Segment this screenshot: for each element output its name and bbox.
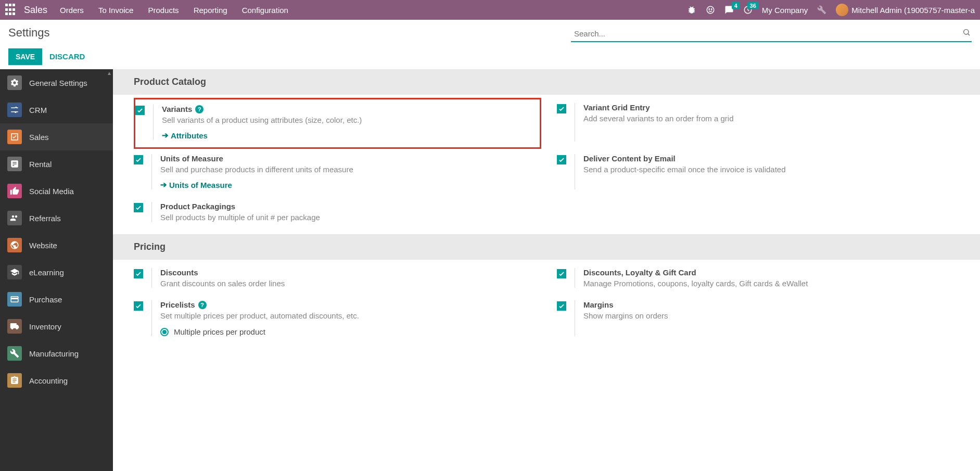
bug-icon[interactable]: [687, 5, 696, 15]
radio-label: Multiple prices per product: [174, 327, 265, 336]
setting-variants: Variants ? Sell variants of a product us…: [134, 98, 541, 149]
checkbox-variant-grid[interactable]: [557, 104, 566, 113]
setting-title: Variant Grid Entry: [583, 103, 650, 112]
sidebar-label: Rental: [29, 160, 52, 169]
sidebar-item-inventory[interactable]: Inventory: [0, 313, 113, 340]
help-icon[interactable]: ?: [195, 105, 203, 113]
setting-desc: Send a product-specific email once the i…: [583, 165, 959, 174]
messages-icon[interactable]: 4: [724, 5, 734, 15]
messages-badge: 4: [732, 2, 740, 9]
sidebar-label: Social Media: [29, 187, 74, 196]
settings-content: Product Catalog Variants ? Sell variants…: [113, 69, 980, 471]
sidebar-item-referrals[interactable]: Referrals: [0, 205, 113, 232]
setting-desc: Sell variants of a product using attribu…: [162, 116, 534, 124]
setting-title: Product Packagings: [160, 202, 235, 211]
setting-desc: Show margins on orders: [583, 311, 959, 320]
setting-loyalty: Discounts, Loyalty & Gift Card Manage Pr…: [557, 268, 959, 288]
page-title: Settings: [8, 26, 88, 40]
svg-point-2: [711, 9, 712, 10]
sidebar-item-manufacturing[interactable]: Manufacturing: [0, 340, 113, 367]
setting-variant-grid: Variant Grid Entry Add several variants …: [557, 103, 959, 142]
setting-title: Pricelists: [160, 300, 195, 309]
link-attributes[interactable]: ➔ Attributes: [162, 131, 534, 140]
sidebar-label: General Settings: [29, 79, 87, 87]
sidebar-label: Sales: [29, 133, 49, 142]
setting-desc: Sell and purchase products in different …: [160, 165, 536, 174]
checkbox-packagings[interactable]: [134, 203, 143, 212]
setting-desc: Sell products by multiple of unit # per …: [160, 213, 536, 222]
sidebar-label: Manufacturing: [29, 349, 79, 358]
setting-title: Margins: [583, 300, 614, 309]
nav-products[interactable]: Products: [148, 6, 179, 15]
sidebar-item-crm[interactable]: CRM: [0, 96, 113, 123]
sidebar-label: Purchase: [29, 295, 62, 304]
sidebar-item-website[interactable]: Website: [0, 232, 113, 259]
checkbox-loyalty[interactable]: [557, 269, 566, 278]
sidebar-label: eLearning: [29, 268, 64, 277]
sidebar-item-social-media[interactable]: Social Media: [0, 177, 113, 205]
sidebar-label: Accounting: [29, 376, 68, 385]
search-input[interactable]: [571, 26, 972, 42]
nav-to-invoice[interactable]: To Invoice: [98, 6, 134, 15]
module-brand[interactable]: Sales: [24, 5, 47, 16]
sidebar-icon: [7, 265, 22, 279]
svg-point-4: [964, 30, 969, 34]
nav-orders[interactable]: Orders: [60, 6, 84, 15]
radio-multiple-prices[interactable]: [160, 328, 169, 336]
setting-deliver-email: Deliver Content by Email Send a product-…: [557, 154, 959, 189]
scroll-up-icon[interactable]: ▲: [107, 70, 112, 76]
link-uom[interactable]: ➔ Units of Measure: [160, 180, 536, 189]
sidebar-label: Inventory: [29, 322, 61, 331]
sidebar-icon: [7, 292, 22, 307]
checkbox-variants[interactable]: [135, 106, 145, 115]
checkbox-pricelists[interactable]: [134, 301, 143, 311]
arrow-right-icon: ➔: [160, 180, 167, 189]
discard-button[interactable]: DISCARD: [46, 48, 88, 65]
avatar: [836, 4, 848, 16]
activities-badge: 36: [747, 2, 759, 9]
sidebar-icon: [7, 184, 22, 198]
sidebar-icon: [7, 211, 22, 225]
sidebar-item-accounting[interactable]: Accounting: [0, 367, 113, 394]
checkbox-deliver-email[interactable]: [557, 155, 566, 164]
checkbox-margins[interactable]: [557, 301, 566, 311]
svg-point-1: [709, 9, 710, 10]
checkbox-discounts[interactable]: [134, 269, 143, 278]
sidebar-icon: [7, 238, 22, 252]
sidebar-icon: [7, 319, 22, 334]
sidebar-item-sales[interactable]: Sales: [0, 123, 113, 150]
tools-icon[interactable]: [817, 5, 826, 15]
user-menu[interactable]: Mitchell Admin (19005757-master-a: [836, 4, 975, 16]
sidebar-icon: [7, 103, 22, 117]
setting-uom: Units of Measure Sell and purchase produ…: [134, 154, 536, 189]
sidebar-label: CRM: [29, 106, 47, 114]
activities-icon[interactable]: 36: [743, 5, 753, 15]
setting-title: Variants: [162, 105, 192, 113]
sidebar-item-rental[interactable]: Rental: [0, 150, 113, 177]
sidebar-item-elearning[interactable]: eLearning: [0, 259, 113, 286]
user-name: Mitchell Admin (19005757-master-a: [851, 6, 975, 15]
sidebar-label: Website: [29, 241, 57, 250]
setting-packagings: Product Packagings Sell products by mult…: [134, 202, 536, 222]
help-icon[interactable]: ?: [198, 301, 207, 309]
search-icon[interactable]: [962, 28, 971, 36]
company-selector[interactable]: My Company: [762, 6, 808, 15]
setting-title: Discounts: [160, 268, 198, 277]
setting-desc: Manage Promotions, coupons, loyalty card…: [583, 279, 959, 288]
apps-icon[interactable]: [5, 4, 18, 16]
svg-point-0: [707, 6, 714, 14]
arrow-right-icon: ➔: [162, 131, 169, 140]
support-icon[interactable]: [706, 5, 715, 15]
nav-reporting[interactable]: Reporting: [194, 6, 227, 15]
sidebar-icon: [7, 130, 22, 144]
save-button[interactable]: SAVE: [8, 48, 42, 65]
setting-title: Deliver Content by Email: [583, 154, 676, 163]
sidebar-item-purchase[interactable]: Purchase: [0, 286, 113, 313]
nav-configuration[interactable]: Configuration: [242, 6, 288, 15]
setting-title: Discounts, Loyalty & Gift Card: [583, 268, 696, 277]
setting-desc: Grant discounts on sales order lines: [160, 279, 536, 288]
checkbox-uom[interactable]: [134, 155, 143, 164]
setting-discounts: Discounts Grant discounts on sales order…: [134, 268, 536, 288]
setting-margins: Margins Show margins on orders: [557, 300, 959, 336]
sidebar-item-general-settings[interactable]: General Settings: [0, 69, 113, 96]
